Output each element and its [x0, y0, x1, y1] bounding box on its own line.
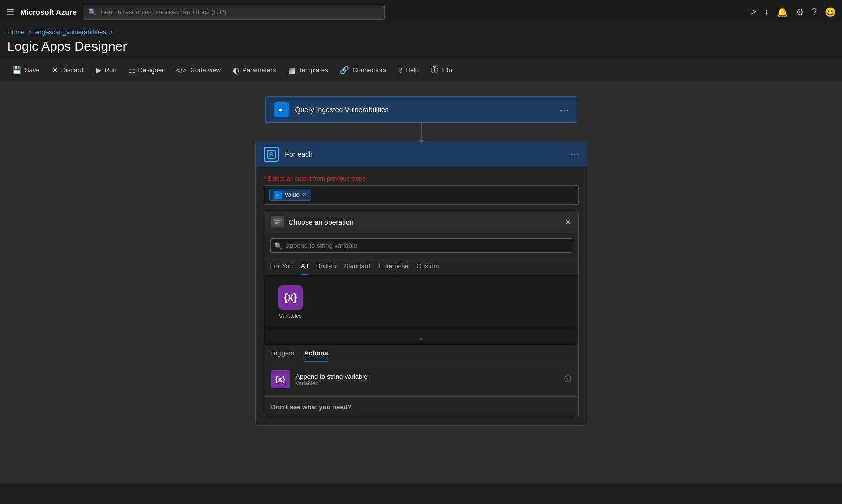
operation-search-input[interactable]	[270, 238, 572, 253]
breadcrumb: Home > edgescan_vulnerabilities >	[0, 24, 842, 38]
foreach-icon	[264, 147, 279, 162]
value-tag-close[interactable]: ✕	[302, 192, 307, 198]
query-node[interactable]: ● Query Ingested Vulnerabilities ⋯	[265, 96, 577, 123]
action-list: {x} Append to string variable Variables …	[264, 362, 578, 396]
action-item-sub-append: Variables	[296, 380, 558, 386]
discard-icon: ✕	[52, 66, 58, 75]
action-item-append[interactable]: {x} Append to string variable Variables …	[264, 365, 578, 393]
hamburger-icon[interactable]: ☰	[6, 7, 14, 18]
run-button[interactable]: ▶ Run	[90, 63, 122, 78]
terminal-icon[interactable]: >	[751, 7, 756, 17]
connector-variables[interactable]: {x} Variables	[270, 281, 311, 323]
templates-button[interactable]: ▦ Templates	[283, 63, 333, 78]
canvas: ● Query Ingested Vulnerabilities ⋯ For e…	[0, 81, 842, 483]
connectors-icon: 🔗	[340, 66, 349, 75]
query-icon: ●	[274, 102, 289, 117]
templates-icon: ▦	[288, 66, 295, 75]
action-item-icon-append: {x}	[271, 370, 290, 388]
ta-tabs: Triggers Actions	[264, 345, 578, 362]
parameters-icon: ◐	[233, 66, 239, 75]
choose-operation: Choose an operation ✕ 🔍 For You All Buil…	[264, 211, 579, 417]
discard-button[interactable]: ✕ Discard	[47, 63, 88, 78]
tab-all[interactable]: All	[301, 262, 308, 275]
help-button[interactable]: ? Help	[393, 63, 424, 77]
page-title: Logic Apps Designer	[0, 38, 842, 59]
foreach-label: * Select an output from previous steps	[264, 175, 579, 182]
value-tag-icon: ●	[274, 191, 282, 199]
collapse-icon: ⌄	[418, 332, 424, 342]
tab-actions[interactable]: Actions	[304, 349, 328, 362]
code-view-button[interactable]: </> Code view	[171, 63, 226, 77]
value-tag[interactable]: ● value ✕	[269, 189, 312, 201]
choose-op-title: Choose an operation	[289, 218, 565, 226]
choose-op-search-area: 🔍	[264, 233, 578, 258]
choose-op-header: Choose an operation ✕	[264, 211, 578, 233]
action-item-info-append: Append to string variable Variables	[296, 373, 558, 386]
foreach-header[interactable]: For each ⋯	[256, 141, 587, 167]
designer-icon: ⚏	[129, 66, 135, 75]
save-icon: 💾	[12, 66, 22, 75]
action-variables-icon: {x}	[275, 375, 285, 383]
tab-standard[interactable]: Standard	[344, 262, 371, 275]
run-icon: ▶	[96, 66, 102, 75]
variables-icon-box: {x}	[278, 285, 303, 310]
top-bar: ☰ Microsoft Azure 🔍 > ↓ 🔔 ⚙ ? 😀	[0, 0, 842, 24]
tab-for-you[interactable]: For You	[270, 262, 293, 275]
breadcrumb-sep2: >	[109, 28, 113, 36]
connector-grid: {x} Variables	[264, 275, 578, 329]
designer-button[interactable]: ⚏ Designer	[124, 63, 169, 78]
choose-op-close[interactable]: ✕	[565, 217, 571, 227]
download-icon[interactable]: ↓	[764, 7, 769, 17]
value-tag-row: ● value ✕	[264, 185, 579, 205]
variables-icon: {x}	[284, 292, 297, 304]
tab-triggers[interactable]: Triggers	[270, 349, 294, 362]
search-icon: 🔍	[88, 8, 97, 16]
svg-text:●: ●	[279, 107, 283, 113]
help-icon: ?	[398, 66, 402, 74]
collapse-row[interactable]: ⌄	[264, 329, 578, 345]
bell-icon[interactable]: 🔔	[777, 7, 788, 18]
search-small-icon: 🔍	[274, 242, 283, 249]
top-bar-icons: > ↓ 🔔 ⚙ ? 😀	[751, 7, 836, 18]
info-button[interactable]: ⓘ Info	[426, 62, 457, 78]
search-input[interactable]	[101, 8, 379, 16]
action-item-name-append: Append to string variable	[296, 373, 558, 380]
breadcrumb-home[interactable]: Home	[7, 28, 25, 36]
arrow-connector	[421, 123, 422, 141]
foreach-menu[interactable]: ⋯	[570, 149, 579, 160]
query-node-menu[interactable]: ⋯	[559, 104, 569, 115]
value-tag-label: value	[285, 191, 300, 198]
foreach-body: * Select an output from previous steps ●…	[256, 167, 587, 425]
breadcrumb-resource[interactable]: edgescan_vulnerabilities	[34, 28, 106, 36]
tab-built-in[interactable]: Built-in	[316, 262, 336, 275]
action-item-info-btn[interactable]: ⓘ	[564, 375, 571, 384]
foreach-container: For each ⋯ * Select an output from previ…	[255, 141, 587, 426]
choose-op-icon	[271, 216, 284, 228]
tab-enterprise[interactable]: Enterprise	[379, 262, 408, 275]
tab-custom[interactable]: Custom	[417, 262, 439, 275]
search-wrapper: 🔍	[270, 238, 572, 253]
info-icon: ⓘ	[431, 65, 438, 75]
account-icon[interactable]: 😀	[825, 7, 836, 18]
breadcrumb-sep1: >	[28, 28, 32, 36]
query-node-title: Query Ingested Vulnerabilities	[295, 106, 559, 114]
filter-tabs: For You All Built-in Standard Enterprise…	[264, 258, 578, 275]
help-icon[interactable]: ?	[812, 7, 817, 17]
toolbar: 💾 Save ✕ Discard ▶ Run ⚏ Designer </> Co…	[0, 59, 842, 81]
connectors-button[interactable]: 🔗 Connectors	[335, 63, 391, 78]
code-icon: </>	[176, 66, 188, 74]
dont-see-text: Don't see what you need?	[264, 397, 578, 417]
save-button[interactable]: 💾 Save	[7, 63, 45, 78]
app-title: Microsoft Azure	[20, 8, 77, 16]
settings-icon[interactable]: ⚙	[796, 7, 804, 18]
parameters-button[interactable]: ◐ Parameters	[228, 63, 281, 78]
variables-label: Variables	[279, 313, 302, 319]
search-bar[interactable]: 🔍	[83, 5, 385, 20]
foreach-title: For each	[285, 150, 570, 158]
